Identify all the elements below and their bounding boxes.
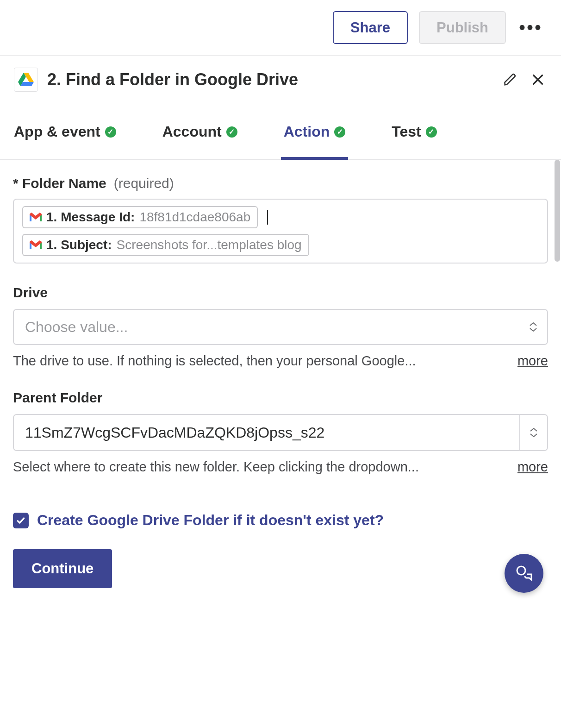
top-toolbar: Share Publish ••• [0, 0, 561, 56]
drive-help-text: The drive to use. If nothing is selected… [13, 353, 416, 369]
publish-button[interactable]: Publish [419, 11, 506, 44]
create-folder-checkbox[interactable] [13, 513, 29, 528]
check-icon: ✓ [226, 126, 237, 138]
select-caret-icon [519, 322, 547, 332]
drive-help-more-link[interactable]: more [517, 353, 548, 369]
tab-label: Action [284, 123, 330, 140]
svg-marker-2 [20, 82, 34, 86]
footer: Continue [0, 538, 561, 610]
folder-name-input[interactable]: 1. Message Id: 18f81d1cdae806ab 1. Subje… [13, 199, 548, 264]
create-folder-checkbox-row[interactable]: Create Google Drive Folder if it doesn't… [13, 512, 548, 529]
parent-folder-value: 11SmZ7WcgSCFvDacMDaZQKD8jOpss_s22 [14, 416, 519, 450]
step-title: 2. Find a Folder in Google Drive [47, 70, 492, 89]
step-header: 2. Find a Folder in Google Drive [0, 56, 561, 104]
select-caret-icon[interactable] [519, 415, 547, 450]
scrollbar[interactable] [555, 160, 560, 262]
parent-folder-select[interactable]: 11SmZ7WcgSCFvDacMDaZQKD8jOpss_s22 [13, 414, 548, 451]
parent-help-text: Select where to create this new folder. … [13, 459, 419, 475]
svg-point-7 [517, 566, 525, 575]
tab-app-event[interactable]: App & event ✓ [14, 104, 116, 159]
drive-select[interactable]: Choose value... [13, 309, 548, 345]
parent-help-more-link[interactable]: more [517, 459, 548, 475]
tab-label: Account [162, 123, 222, 140]
create-folder-checkbox-label: Create Google Drive Folder if it doesn't… [37, 512, 384, 529]
more-menu-button[interactable]: ••• [517, 17, 544, 38]
google-drive-icon [14, 68, 38, 92]
check-icon: ✓ [426, 126, 437, 138]
drive-label: Drive [13, 285, 548, 301]
drive-select-value: Choose value... [14, 310, 519, 344]
tab-test[interactable]: Test ✓ [392, 104, 436, 159]
mapped-field-pill[interactable]: 1. Subject: Screenshots for...templates … [22, 234, 309, 256]
form-area: * Folder Name (required) 1. Message Id: … [0, 160, 561, 538]
gmail-icon [30, 240, 42, 250]
tab-account[interactable]: Account ✓ [162, 104, 237, 159]
tab-label: App & event [14, 123, 100, 140]
parent-folder-label: Parent Folder [13, 390, 548, 406]
gmail-icon [30, 212, 42, 222]
share-button[interactable]: Share [333, 11, 408, 44]
check-icon: ✓ [334, 126, 345, 138]
text-cursor [267, 210, 268, 225]
check-icon: ✓ [105, 126, 116, 138]
help-fab[interactable] [505, 554, 543, 593]
folder-name-label: * Folder Name (required) [13, 176, 548, 191]
step-tabs: App & event ✓ Account ✓ Action ✓ Test ✓ [0, 104, 561, 160]
close-panel-button[interactable] [529, 70, 547, 89]
mapped-field-pill[interactable]: 1. Message Id: 18f81d1cdae806ab [22, 206, 258, 228]
tab-action[interactable]: Action ✓ [284, 104, 346, 159]
tab-label: Test [392, 123, 421, 140]
continue-button[interactable]: Continue [13, 549, 112, 588]
rename-step-button[interactable] [501, 70, 519, 89]
